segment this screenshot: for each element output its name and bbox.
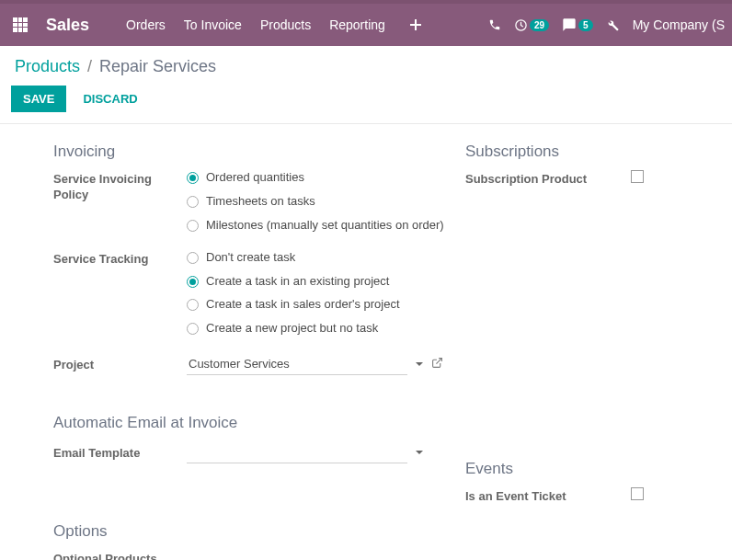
messages-icon[interactable]: 5 bbox=[562, 17, 593, 32]
event-ticket-label: Is an Event Ticket bbox=[465, 487, 631, 505]
save-button[interactable]: SAVE bbox=[11, 86, 66, 112]
breadcrumb-sep: / bbox=[87, 57, 92, 76]
radio-label: Ordered quantities bbox=[206, 170, 304, 186]
radio-icon bbox=[187, 196, 199, 208]
tracking-opt-none[interactable]: Don't create task bbox=[187, 250, 458, 266]
radio-icon bbox=[187, 252, 199, 264]
radio-label: Don't create task bbox=[206, 250, 295, 266]
nav-products[interactable]: Products bbox=[260, 17, 311, 32]
invoicing-title: Invoicing bbox=[53, 143, 458, 161]
radio-icon bbox=[187, 172, 199, 184]
service-tracking-label: Service Tracking bbox=[53, 250, 187, 268]
topbar: Sales Orders To Invoice Products Reporti… bbox=[0, 4, 732, 46]
tracking-opt-newproject[interactable]: Create a new project but no task bbox=[187, 321, 458, 337]
apps-icon[interactable] bbox=[7, 12, 33, 38]
nav-items: Orders To Invoice Products Reporting bbox=[126, 17, 385, 32]
activity-badge: 29 bbox=[530, 19, 549, 31]
phone-icon[interactable] bbox=[488, 18, 501, 31]
policy-opt-ordered[interactable]: Ordered quantities bbox=[187, 170, 458, 186]
tracking-opt-soproject[interactable]: Create a task in sales order's project bbox=[187, 297, 458, 313]
breadcrumb-root[interactable]: Products bbox=[15, 57, 80, 76]
discard-button[interactable]: DISCARD bbox=[75, 86, 144, 111]
company-name[interactable]: My Company (S bbox=[633, 17, 725, 32]
subscription-product-checkbox[interactable] bbox=[631, 170, 644, 183]
actions-row: SAVE DISCARD bbox=[0, 86, 732, 124]
tools-icon[interactable] bbox=[606, 18, 620, 32]
messages-badge: 5 bbox=[578, 19, 593, 31]
nav-reporting[interactable]: Reporting bbox=[329, 17, 385, 32]
radio-label: Timesheets on tasks bbox=[206, 194, 315, 210]
project-label: Project bbox=[53, 356, 187, 373]
radio-icon bbox=[187, 299, 199, 311]
radio-icon bbox=[187, 276, 199, 288]
autoemail-title: Automatic Email at Invoice bbox=[53, 414, 458, 432]
breadcrumb: Products / Repair Services bbox=[0, 46, 732, 86]
subscription-product-label: Subscription Product bbox=[465, 170, 631, 188]
event-ticket-checkbox[interactable] bbox=[631, 487, 644, 500]
nav-orders[interactable]: Orders bbox=[126, 17, 166, 32]
radio-label: Create a task in sales order's project bbox=[206, 297, 400, 313]
radio-icon bbox=[187, 220, 199, 232]
nav-to-invoice[interactable]: To Invoice bbox=[184, 17, 242, 32]
plus-icon[interactable] bbox=[409, 18, 422, 31]
options-title: Options bbox=[53, 522, 458, 541]
email-template-label: Email Template bbox=[53, 444, 187, 462]
project-input[interactable] bbox=[187, 353, 407, 375]
optional-products-label: Optional Products bbox=[53, 550, 187, 560]
radio-label: Create a new project but no task bbox=[206, 321, 378, 337]
radio-label: Create a task in an existing project bbox=[206, 274, 389, 290]
email-template-input[interactable] bbox=[187, 441, 407, 463]
activity-icon[interactable]: 29 bbox=[514, 18, 549, 32]
events-title: Events bbox=[465, 460, 697, 478]
radio-label: Milestones (manually set quantities on o… bbox=[206, 218, 444, 234]
policy-opt-milestones[interactable]: Milestones (manually set quantities on o… bbox=[187, 218, 458, 234]
app-brand[interactable]: Sales bbox=[46, 16, 89, 35]
service-invoicing-policy-label: Service Invoicing Policy bbox=[53, 170, 187, 203]
radio-icon bbox=[187, 323, 199, 335]
breadcrumb-current: Repair Services bbox=[99, 57, 216, 76]
external-link-icon[interactable] bbox=[431, 357, 443, 371]
policy-opt-timesheets[interactable]: Timesheets on tasks bbox=[187, 194, 458, 210]
caret-down-icon[interactable] bbox=[415, 358, 424, 371]
subscriptions-title: Subscriptions bbox=[465, 143, 697, 161]
svg-rect-1 bbox=[410, 24, 421, 26]
caret-down-icon[interactable] bbox=[415, 446, 424, 460]
tracking-opt-existing[interactable]: Create a task in an existing project bbox=[187, 274, 458, 290]
form-area: Invoicing Service Invoicing Policy Order… bbox=[0, 124, 732, 560]
